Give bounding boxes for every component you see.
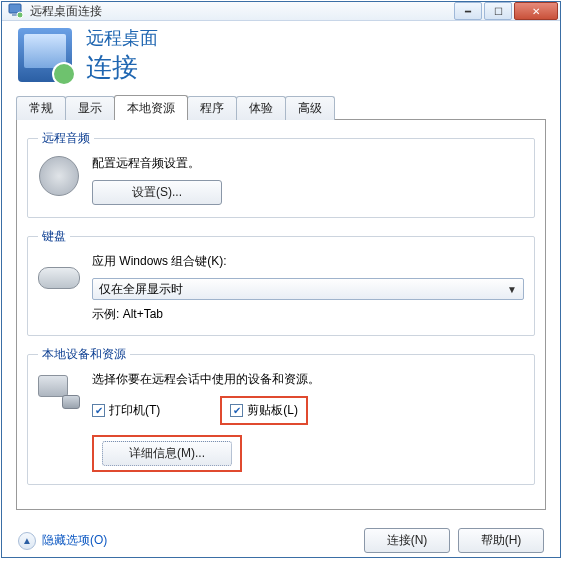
svg-point-2: [17, 12, 23, 18]
details-highlight: 详细信息(M)...: [92, 435, 242, 472]
dialog-header: 远程桌面 连接: [2, 21, 560, 89]
keyboard-combo-select[interactable]: 仅在全屏显示时 ▼: [92, 278, 524, 300]
group-local-devices: 本地设备和资源 选择你要在远程会话中使用的设备和资源。 ✔ 打印机(T): [27, 346, 535, 485]
tab-strip: 常规 显示 本地资源 程序 体验 高级: [2, 95, 560, 119]
chevron-down-icon: ▼: [507, 284, 517, 295]
header-line1: 远程桌面: [86, 26, 158, 50]
tab-programs[interactable]: 程序: [187, 96, 237, 120]
devices-desc: 选择你要在远程会话中使用的设备和资源。: [92, 371, 524, 388]
printer-checkbox[interactable]: ✔ 打印机(T): [92, 396, 160, 425]
group-remote-audio: 远程音频 配置远程音频设置。 设置(S)...: [27, 130, 535, 218]
window-title: 远程桌面连接: [30, 3, 452, 20]
titlebar[interactable]: 远程桌面连接 ━ ☐ ✕: [2, 2, 560, 21]
legend-remote-audio: 远程音频: [38, 130, 94, 147]
close-button[interactable]: ✕: [514, 2, 558, 20]
keyboard-example: 示例: Alt+Tab: [92, 306, 524, 323]
tab-experience[interactable]: 体验: [236, 96, 286, 120]
legend-local-devices: 本地设备和资源: [38, 346, 130, 363]
tab-local-resources[interactable]: 本地资源: [114, 95, 188, 120]
audio-settings-button[interactable]: 设置(S)...: [92, 180, 222, 205]
clipboard-highlight: ✔ 剪贴板(L): [220, 396, 308, 425]
speaker-icon: [38, 155, 80, 197]
header-line2: 连接: [86, 50, 158, 85]
dialog-footer: ▲ 隐藏选项(O) 连接(N) 帮助(H): [2, 520, 560, 561]
tab-display[interactable]: 显示: [65, 96, 115, 120]
app-icon: [8, 3, 24, 19]
tab-general[interactable]: 常规: [16, 96, 66, 120]
keyboard-select-value: 仅在全屏显示时: [99, 281, 183, 298]
rdc-large-icon: [18, 28, 72, 82]
connect-button[interactable]: 连接(N): [364, 528, 450, 553]
header-text: 远程桌面 连接: [86, 26, 158, 85]
minimize-button[interactable]: ━: [454, 2, 482, 20]
rdc-window: 远程桌面连接 ━ ☐ ✕ 远程桌面 连接 常规 显示 本地资源 程序 体验 高级…: [1, 1, 561, 558]
tab-advanced[interactable]: 高级: [285, 96, 335, 120]
keyboard-desc: 应用 Windows 组合键(K):: [92, 253, 524, 270]
clipboard-label: 剪贴板(L): [247, 402, 298, 419]
printer-label: 打印机(T): [109, 402, 160, 419]
clipboard-checkbox[interactable]: ✔ 剪贴板(L): [230, 402, 298, 419]
group-keyboard: 键盘 应用 Windows 组合键(K): 仅在全屏显示时 ▼ 示例: Alt+…: [27, 228, 535, 336]
tab-panel-local-resources: 远程音频 配置远程音频设置。 设置(S)... 键盘 应用 Windows 组合…: [16, 119, 546, 510]
keyboard-icon: [38, 253, 80, 295]
maximize-button[interactable]: ☐: [484, 2, 512, 20]
hide-options-link[interactable]: 隐藏选项(O): [42, 532, 107, 549]
check-icon: ✔: [230, 404, 243, 417]
chevron-up-icon[interactable]: ▲: [18, 532, 36, 550]
check-icon: ✔: [92, 404, 105, 417]
help-button[interactable]: 帮助(H): [458, 528, 544, 553]
details-button[interactable]: 详细信息(M)...: [102, 441, 232, 466]
legend-keyboard: 键盘: [38, 228, 70, 245]
devices-icon: [38, 371, 80, 413]
audio-desc: 配置远程音频设置。: [92, 155, 524, 172]
